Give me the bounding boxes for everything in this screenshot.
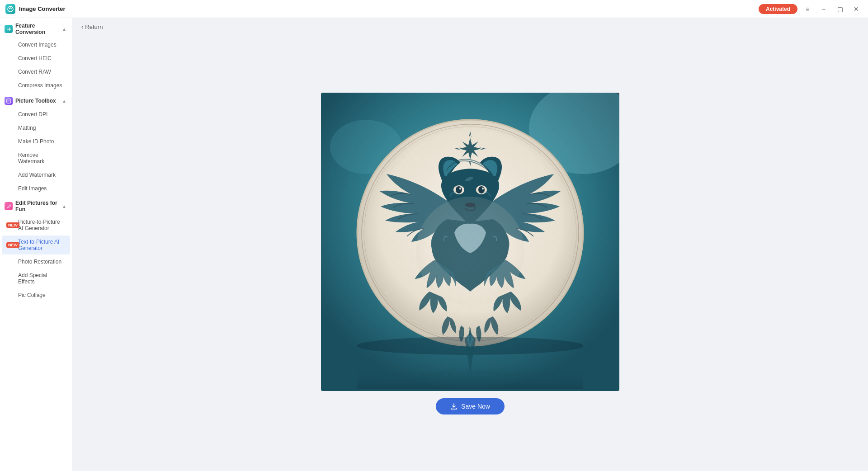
minimize-button[interactable]: − <box>817 3 830 15</box>
return-chevron-icon: ‹ <box>81 24 83 30</box>
activated-button[interactable]: Activated <box>759 4 797 14</box>
sidebar-item-add-special-effects[interactable]: Add Special Effects <box>2 269 70 288</box>
feature-conversion-icon <box>5 25 13 33</box>
feature-conversion-label: Feature Conversion <box>15 23 62 35</box>
return-label: Return <box>85 24 103 30</box>
sidebar-item-text-to-picture[interactable]: NEW Text-to-Picture AI Generator <box>2 236 70 254</box>
sidebar-item-compress-images[interactable]: Compress Images <box>2 79 70 92</box>
feature-conversion-chevron: ▲ <box>62 27 66 32</box>
image-area: ✦ ✦ ✦ Save Now <box>72 36 868 471</box>
save-button-label: Save Now <box>461 403 490 410</box>
sidebar-item-pic-collage[interactable]: Pic Collage <box>2 289 70 301</box>
svg-point-15 <box>459 187 461 189</box>
sidebar-item-convert-dpi[interactable]: Convert DPI <box>2 108 70 121</box>
new-badge-p2p: NEW <box>6 222 19 228</box>
svg-point-19 <box>380 371 561 384</box>
svg-point-20 <box>416 197 524 305</box>
app-title: Image Converter <box>19 5 66 12</box>
sidebar-section-picture-toolbox[interactable]: Picture Toolbox ▲ <box>0 92 72 108</box>
sidebar-item-picture-to-picture[interactable]: NEW Picture-to-Picture AI Generator <box>2 216 70 235</box>
close-button[interactable]: ✕ <box>850 3 863 15</box>
content-header: ‹ Return <box>72 18 868 36</box>
picture-toolbox-icon <box>5 97 13 105</box>
sidebar-item-edit-images[interactable]: Edit Images <box>2 182 70 195</box>
titlebar: Image Converter Activated ≡ − ▢ ✕ <box>0 0 868 18</box>
svg-point-14 <box>478 186 485 193</box>
svg-point-0 <box>8 6 13 12</box>
sidebar-item-add-watermark[interactable]: Add Watermark <box>2 169 70 181</box>
generated-image-container: ✦ ✦ ✦ Save Now <box>321 93 619 414</box>
new-badge-t2p: NEW <box>6 242 19 248</box>
sidebar-item-remove-watermark[interactable]: Remove Watermark <box>2 149 70 168</box>
sidebar-item-make-id-photo[interactable]: Make ID Photo <box>2 135 70 148</box>
app-logo <box>5 4 15 14</box>
generated-image: ✦ ✦ ✦ <box>321 93 619 391</box>
save-icon <box>450 403 458 410</box>
window-controls: Activated ≡ − ▢ ✕ <box>759 3 863 15</box>
sidebar-item-convert-raw[interactable]: Convert RAW <box>2 66 70 78</box>
edit-pictures-label: Edit Pictures for Fun <box>15 200 62 212</box>
sidebar: Feature Conversion ▲ Convert Images Conv… <box>0 18 72 471</box>
sidebar-section-feature-conversion[interactable]: Feature Conversion ▲ <box>0 18 72 38</box>
picture-toolbox-chevron: ▲ <box>62 99 66 104</box>
sidebar-item-photo-restoration[interactable]: Photo Restoration <box>2 255 70 268</box>
picture-toolbox-label: Picture Toolbox <box>15 98 62 104</box>
sidebar-item-matting[interactable]: Matting <box>2 122 70 134</box>
svg-point-16 <box>482 187 484 189</box>
svg-text:✦ ✦ ✦: ✦ ✦ ✦ <box>459 325 481 331</box>
return-button[interactable]: ‹ Return <box>81 24 103 30</box>
sidebar-item-convert-heic[interactable]: Convert HEIC <box>2 52 70 65</box>
maximize-button[interactable]: ▢ <box>834 3 846 15</box>
sidebar-item-convert-images[interactable]: Convert Images <box>2 38 70 51</box>
main-layout: Feature Conversion ▲ Convert Images Conv… <box>0 18 868 471</box>
svg-point-13 <box>456 186 462 193</box>
svg-point-3 <box>9 204 10 206</box>
menu-button[interactable]: ≡ <box>801 3 814 15</box>
save-now-button[interactable]: Save Now <box>436 398 505 414</box>
edit-pictures-chevron: ▲ <box>62 204 66 209</box>
edit-pictures-icon <box>5 202 13 210</box>
sidebar-section-edit-pictures-for-fun[interactable]: Edit Pictures for Fun ▲ <box>0 195 72 215</box>
content-area: ‹ Return <box>72 18 868 471</box>
